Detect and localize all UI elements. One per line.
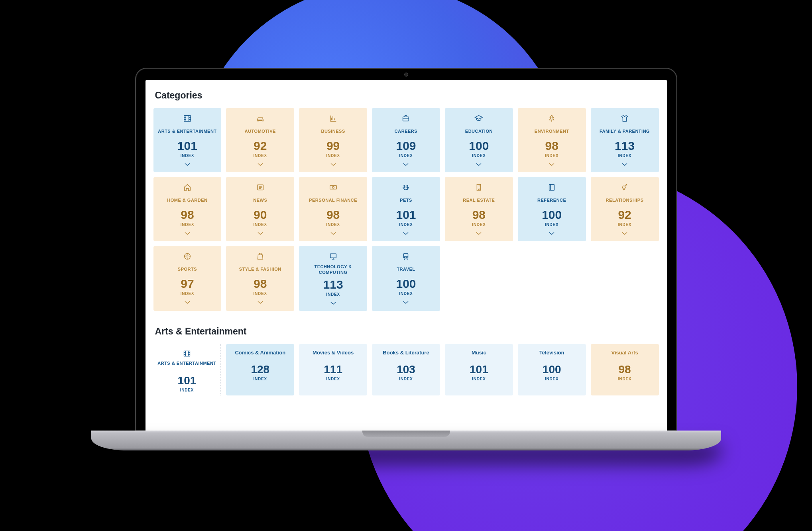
category-label: BUSINESS: [321, 126, 345, 137]
subcategory-lead-card[interactable]: ARTS & ENTERTAINMENT101INDEX: [153, 344, 222, 395]
category-index-value: 92: [254, 139, 267, 153]
laptop-bezel: Categories ARTS & ENTERTAINMENT101INDEXA…: [135, 68, 677, 431]
category-index-value: 98: [254, 277, 267, 291]
category-card[interactable]: PERSONAL FINANCE98INDEX: [299, 177, 367, 241]
index-label: INDEX: [399, 222, 413, 227]
category-card[interactable]: BUSINESS99INDEX: [299, 108, 367, 172]
category-card[interactable]: RELATIONSHIPS92INDEX: [591, 177, 659, 241]
chevron-down-icon[interactable]: [403, 161, 409, 168]
index-label: INDEX: [157, 388, 218, 392]
subcategory-index-value: 111: [302, 363, 364, 376]
category-index-value: 98: [545, 139, 558, 153]
book-icon: [547, 183, 556, 192]
subcategories-grid: ARTS & ENTERTAINMENT101INDEXComics & Ani…: [153, 344, 659, 395]
gender-icon: [620, 183, 629, 192]
subcategory-card[interactable]: Books & Literature103INDEX: [372, 344, 440, 395]
category-index-value: 100: [542, 208, 562, 222]
paw-icon: [401, 183, 410, 192]
chevron-down-icon[interactable]: [184, 161, 191, 168]
chevron-down-icon[interactable]: [257, 161, 263, 168]
subcategory-card[interactable]: Comics & Animation128INDEX: [226, 344, 294, 395]
index-label: INDEX: [399, 291, 413, 296]
category-index-value: 101: [396, 208, 416, 222]
film-icon: [183, 114, 192, 123]
chevron-down-icon[interactable]: [621, 161, 628, 168]
category-index-value: 98: [326, 208, 340, 222]
category-card[interactable]: ARTS & ENTERTAINMENT101INDEX: [153, 108, 222, 172]
category-label: AUTOMOTIVE: [245, 126, 276, 137]
index-label: INDEX: [326, 222, 340, 227]
film-icon: [157, 350, 218, 358]
category-card[interactable]: SPORTS97INDEX: [153, 246, 222, 311]
category-index-value: 109: [396, 139, 416, 153]
ball-icon: [183, 252, 192, 261]
category-label: REFERENCE: [537, 195, 566, 206]
category-label: PERSONAL FINANCE: [309, 195, 357, 206]
category-card[interactable]: TRAVEL100INDEX: [372, 246, 440, 311]
category-card[interactable]: TECHNOLOGY & COMPUTING113INDEX: [299, 246, 367, 311]
category-card[interactable]: REFERENCE100INDEX: [518, 177, 586, 241]
index-label: INDEX: [472, 222, 486, 227]
subcategory-card[interactable]: Visual Arts98INDEX: [591, 344, 659, 395]
shirt-icon: [620, 114, 629, 123]
chevron-down-icon[interactable]: [330, 230, 336, 237]
category-index-value: 100: [469, 139, 489, 153]
bag-icon: [256, 252, 265, 261]
index-label: INDEX: [229, 377, 291, 381]
category-card[interactable]: AUTOMOTIVE92INDEX: [226, 108, 294, 172]
subcategory-label: Visual Arts: [594, 350, 656, 362]
webcam-dot: [404, 73, 408, 77]
index-label: INDEX: [545, 153, 559, 158]
chevron-down-icon[interactable]: [549, 161, 555, 168]
category-card[interactable]: HOME & GARDEN98INDEX: [153, 177, 222, 241]
category-label: NEWS: [253, 195, 267, 206]
category-card[interactable]: FAMILY & PARENTING113INDEX: [591, 108, 659, 172]
chevron-down-icon[interactable]: [403, 230, 409, 237]
subcategory-card[interactable]: Movies & Videos111INDEX: [299, 344, 367, 395]
category-label: STYLE & FASHION: [239, 264, 281, 275]
chevron-down-icon[interactable]: [184, 299, 191, 306]
building-icon: [474, 183, 483, 192]
subcategory-card[interactable]: Music101INDEX: [445, 344, 513, 395]
briefcase-icon: [401, 114, 410, 123]
index-label: INDEX: [181, 153, 195, 158]
chevron-down-icon[interactable]: [549, 230, 555, 237]
subcategory-index-value: 128: [229, 363, 291, 376]
chevron-down-icon[interactable]: [476, 230, 482, 237]
category-index-value: 99: [326, 139, 340, 153]
category-index-value: 90: [254, 208, 267, 222]
index-label: INDEX: [302, 377, 364, 381]
subcategory-label: Books & Literature: [375, 350, 437, 362]
app-viewport: Categories ARTS & ENTERTAINMENT101INDEXA…: [145, 80, 667, 395]
index-label: INDEX: [181, 291, 195, 296]
chevron-down-icon[interactable]: [476, 161, 482, 168]
category-card[interactable]: STYLE & FASHION98INDEX: [226, 246, 294, 311]
category-card[interactable]: REAL ESTATE98INDEX: [445, 177, 513, 241]
category-label: REAL ESTATE: [463, 195, 495, 206]
category-card[interactable]: ENVIRONMENT98INDEX: [518, 108, 586, 172]
category-card[interactable]: CAREERS109INDEX: [372, 108, 440, 172]
category-label: ENVIRONMENT: [535, 126, 569, 137]
chevron-down-icon[interactable]: [330, 300, 336, 307]
subcategory-index-value: 101: [157, 374, 218, 387]
subcategory-card[interactable]: Television100INDEX: [518, 344, 586, 395]
chevron-down-icon[interactable]: [403, 299, 409, 306]
subcategory-label: Music: [448, 350, 510, 362]
subcategory-index-value: 98: [594, 363, 656, 376]
chevron-down-icon[interactable]: [184, 230, 191, 237]
category-card[interactable]: EDUCATION100INDEX: [445, 108, 513, 172]
chevron-down-icon[interactable]: [257, 230, 263, 237]
category-index-value: 98: [181, 208, 194, 222]
category-label: TRAVEL: [397, 264, 415, 275]
category-card[interactable]: PETS101INDEX: [372, 177, 440, 241]
category-index-value: 98: [472, 208, 486, 222]
chevron-down-icon[interactable]: [257, 299, 263, 306]
home-icon: [183, 183, 192, 192]
monitor-icon: [329, 252, 338, 261]
chevron-down-icon[interactable]: [621, 230, 628, 237]
category-label: ARTS & ENTERTAINMENT: [158, 126, 216, 137]
category-card[interactable]: NEWS90INDEX: [226, 177, 294, 241]
chevron-down-icon[interactable]: [330, 161, 336, 168]
index-label: INDEX: [594, 377, 656, 381]
category-index-value: 113: [323, 278, 343, 291]
